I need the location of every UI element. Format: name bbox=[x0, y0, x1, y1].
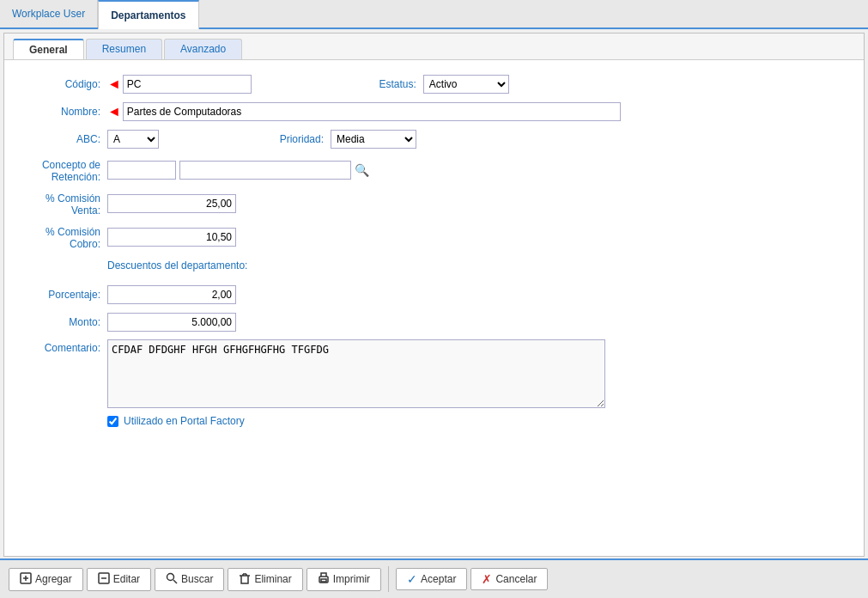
aceptar-icon: ✓ bbox=[407, 572, 417, 586]
nombre-input[interactable] bbox=[123, 102, 621, 121]
aceptar-label: Aceptar bbox=[421, 573, 456, 585]
svg-point-5 bbox=[167, 573, 174, 580]
editar-label: Editar bbox=[113, 573, 140, 585]
cancelar-button[interactable]: ✗ Cancelar bbox=[470, 568, 548, 590]
row-comision-venta: % ComisiónVenta: bbox=[21, 190, 847, 217]
monto-label: Monto: bbox=[21, 316, 107, 328]
row-retencion: Concepto deRetención: 🔍 bbox=[21, 156, 847, 183]
row-descuentos-header: Descuentos del departamento: bbox=[21, 257, 847, 278]
comision-venta-label: % ComisiónVenta: bbox=[21, 190, 107, 217]
estatus-label: Estatus: bbox=[355, 78, 423, 90]
agregar-icon bbox=[20, 572, 32, 587]
tab-avanzado[interactable]: Avanzado bbox=[164, 39, 242, 59]
agregar-label: Agregar bbox=[35, 573, 72, 585]
tab-resumen-label: Resumen bbox=[102, 43, 146, 55]
row-portal-factory: Utilizado en Portal Factory bbox=[21, 415, 847, 427]
nombre-arrow: ◄ bbox=[107, 105, 121, 119]
svg-rect-12 bbox=[321, 579, 326, 582]
comision-cobro-input[interactable] bbox=[107, 228, 236, 247]
abc-select[interactable]: A B C bbox=[107, 130, 159, 149]
retencion-search-button[interactable]: 🔍 bbox=[355, 163, 369, 177]
editar-icon bbox=[98, 572, 110, 587]
tab-workplace-user[interactable]: Workplace User bbox=[0, 0, 98, 27]
porcentaje-label: Porcentaje: bbox=[21, 289, 107, 301]
comentario-textarea[interactable]: CFDAF DFDGHF HFGH GFHGFHGFHG TFGFDG bbox=[107, 339, 605, 408]
row-abc-prioridad: ABC: A B C Prioridad: Media Alta Baja bbox=[21, 129, 847, 150]
codigo-label: Código: bbox=[21, 78, 107, 90]
aceptar-button[interactable]: ✓ Aceptar bbox=[396, 568, 467, 590]
row-codigo-estatus: Código: ◄ Estatus: Activo Inactivo bbox=[21, 74, 847, 95]
row-porcentaje: Porcentaje: bbox=[21, 284, 847, 305]
cancelar-icon: ✗ bbox=[482, 572, 492, 586]
retencion-label: Concepto deRetención: bbox=[21, 156, 107, 183]
eliminar-button[interactable]: Eliminar bbox=[228, 568, 302, 591]
imprimir-label: Imprimir bbox=[333, 573, 370, 585]
eliminar-label: Eliminar bbox=[254, 573, 291, 585]
imprimir-icon bbox=[318, 572, 330, 587]
tab-general[interactable]: General bbox=[13, 39, 84, 59]
comision-cobro-label: % ComisiónCobro: bbox=[21, 223, 107, 250]
row-comision-cobro: % ComisiónCobro: bbox=[21, 223, 847, 250]
estatus-select[interactable]: Activo Inactivo bbox=[423, 75, 509, 94]
abc-label: ABC: bbox=[21, 133, 107, 145]
porcentaje-input[interactable] bbox=[107, 285, 236, 304]
tab-departamentos-label: Departamentos bbox=[111, 9, 185, 21]
monto-input[interactable] bbox=[107, 313, 236, 332]
bottom-toolbar: Agregar Editar Buscar bbox=[0, 558, 868, 598]
estatus-group: Estatus: Activo Inactivo bbox=[355, 75, 509, 94]
row-nombre: Nombre: ◄ bbox=[21, 101, 847, 122]
buscar-button[interactable]: Buscar bbox=[155, 568, 224, 591]
tab-avanzado-label: Avanzado bbox=[180, 43, 226, 55]
comentario-label: Comentario: bbox=[21, 339, 107, 354]
nombre-label: Nombre: bbox=[21, 106, 107, 118]
title-bar: Workplace User Departamentos bbox=[0, 0, 868, 29]
prioridad-group: Prioridad: Media Alta Baja bbox=[262, 130, 416, 149]
comision-venta-input[interactable] bbox=[107, 194, 236, 213]
toolbar-separator bbox=[388, 566, 389, 592]
main-content: General Resumen Avanzado Código: ◄ Estat… bbox=[3, 33, 865, 557]
retencion-input1[interactable] bbox=[107, 161, 176, 180]
row-monto: Monto: bbox=[21, 312, 847, 333]
cancelar-label: Cancelar bbox=[495, 573, 537, 585]
tab-resumen[interactable]: Resumen bbox=[86, 39, 162, 59]
row-comentario: Comentario: CFDAF DFDGHF HFGH GFHGFHGFHG… bbox=[21, 339, 847, 408]
prioridad-select[interactable]: Media Alta Baja bbox=[331, 130, 416, 149]
svg-line-6 bbox=[173, 580, 177, 583]
editar-button[interactable]: Editar bbox=[87, 568, 151, 591]
portal-factory-checkbox[interactable] bbox=[107, 416, 118, 427]
imprimir-button[interactable]: Imprimir bbox=[307, 568, 381, 591]
retencion-input2[interactable] bbox=[179, 161, 351, 180]
tab-workplace-user-label: Workplace User bbox=[12, 8, 85, 20]
tab-general-label: General bbox=[29, 44, 68, 56]
codigo-arrow: ◄ bbox=[107, 77, 121, 91]
portal-factory-label: Utilizado en Portal Factory bbox=[124, 415, 245, 427]
form-area: Código: ◄ Estatus: Activo Inactivo Nombr… bbox=[4, 60, 864, 556]
buscar-icon bbox=[166, 572, 178, 587]
codigo-input[interactable] bbox=[123, 75, 252, 94]
prioridad-label: Prioridad: bbox=[262, 133, 331, 145]
descuentos-label: Descuentos del departamento: bbox=[107, 259, 247, 272]
buscar-label: Buscar bbox=[181, 573, 213, 585]
sub-tabs: General Resumen Avanzado bbox=[4, 34, 864, 60]
tab-departamentos[interactable]: Departamentos bbox=[98, 0, 198, 29]
eliminar-icon bbox=[239, 572, 251, 587]
agregar-button[interactable]: Agregar bbox=[9, 568, 83, 591]
